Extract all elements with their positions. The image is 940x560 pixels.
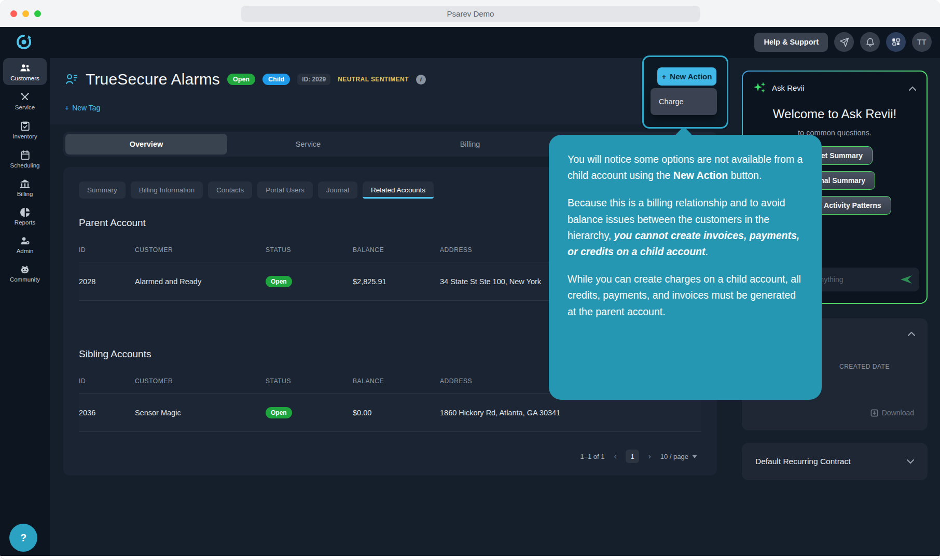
per-page-select[interactable]: 10 / page [660,453,697,460]
prev-page-button[interactable]: ‹ [614,452,616,460]
menu-item-charge[interactable]: Charge [659,97,684,106]
new-action-dropdown: Charge [651,88,717,115]
column-header-status: STATUS [266,246,353,254]
status-badge: Open [227,74,255,85]
app-root: Help & Support TT Customers [0,27,940,556]
customer-id-badge: ID: 2029 [297,74,330,85]
paper-plane-icon [839,37,849,47]
tooltip-paragraph-3: While you can create charges on a child … [568,271,804,320]
app-window: Psarev Demo Help & Support [0,0,940,560]
subtab-billing-information[interactable]: Billing Information [131,181,203,199]
sidebar-item-reports[interactable]: Reports [3,203,47,229]
notifications-button[interactable] [860,32,880,52]
sparkles-icon [753,81,767,94]
close-window-button[interactable] [10,10,17,17]
help-support-button[interactable]: Help & Support [754,33,828,52]
collapse-section-button[interactable] [908,329,915,338]
sentiment-info-icon[interactable]: i [416,75,426,85]
help-fab-button[interactable]: ? [9,524,37,552]
zoom-window-button[interactable] [34,10,41,17]
subtab-summary[interactable]: Summary [79,181,126,199]
child-badge: Child [262,74,290,85]
collapse-panel-button[interactable] [909,83,916,92]
sidebar-item-label: Reports [15,219,35,226]
sidebar-item-inventory[interactable]: Inventory [3,116,47,143]
page-number-button[interactable]: 1 [626,450,639,463]
sidebar-item-label: Admin [17,248,34,254]
traffic-lights [10,10,41,17]
window-titlebar: Psarev Demo [0,0,940,27]
new-tag-button[interactable]: + New Tag [65,104,100,112]
download-label: Download [882,409,914,417]
ask-revii-title: Ask Revii [772,83,805,92]
sidebar-item-customers[interactable]: Customers [3,58,47,85]
brand-logo-icon[interactable] [16,34,32,52]
new-action-label: New Action [670,72,712,81]
bank-icon [20,179,30,189]
per-page-value: 10 / page [660,453,688,460]
admin-user-gear-icon [20,236,30,246]
download-button[interactable]: Download [870,409,914,417]
status-badge: Open [266,407,292,418]
send-icon[interactable] [901,275,912,284]
sidebar-item-service[interactable]: Service [3,87,47,114]
column-header-customer: CUSTOMER [135,377,266,385]
window-title: Psarev Demo [241,6,700,22]
sidebar-item-label: Customers [10,75,39,81]
customer-hierarchy-icon [65,73,78,86]
tour-spotlight: + New Action Charge [642,55,728,129]
cell-customer: Alarmed and Ready [135,277,266,286]
cell-address: 1860 Hickory Rd, Atlanta, GA 30341 [440,409,701,417]
cell-balance: $0.00 [353,409,440,417]
pie-chart-icon [20,207,30,217]
customer-header: TrueSecure Alarms Open Child ID: 2029 NE… [50,58,729,124]
subtab-portal-users[interactable]: Portal Users [257,181,312,199]
send-feedback-button[interactable] [834,32,854,52]
page-title: TrueSecure Alarms [86,71,220,88]
subtab-related-accounts[interactable]: Related Accounts [363,181,434,199]
sidebar-item-label: Scheduling [10,162,40,169]
customers-icon [19,63,31,73]
sidebar-nav: Customers Service Inventory Scheduling B… [0,58,50,556]
subtab-contacts[interactable]: Contacts [208,181,252,199]
tab-billing[interactable]: Billing [389,134,551,155]
chevron-up-icon [908,331,915,336]
pagination-range: 1–1 of 1 [580,453,604,460]
sidebar-item-label: Inventory [12,133,37,139]
download-icon [870,409,878,417]
next-page-button[interactable]: › [648,452,651,460]
sidebar-item-community[interactable]: Community [3,260,47,286]
minimize-window-button[interactable] [22,10,29,17]
column-header-balance: BALANCE [353,377,440,385]
user-avatar[interactable]: TT [912,32,932,52]
plus-icon: + [662,72,667,81]
sentiment-label: NEUTRAL SENTIMENT [338,76,409,83]
sidebar-item-scheduling[interactable]: Scheduling [3,145,47,172]
created-date-column-header: CREATED DATE [839,363,890,370]
tab-service[interactable]: Service [227,134,389,155]
tools-icon [20,92,30,102]
calendar-icon [20,150,30,160]
cell-id: 2028 [79,277,135,286]
apps-grid-icon [891,37,901,47]
sidebar-item-admin[interactable]: Admin [3,231,47,258]
column-header-balance: BALANCE [353,246,440,254]
column-header-id: ID [79,377,135,385]
contract-card-label: Default Recurring Contract [755,457,851,466]
column-header-status: STATUS [266,377,353,385]
cell-customer: Sensor Magic [135,409,266,417]
column-header-id: ID [79,246,135,254]
tooltip-arrow-icon [675,127,693,144]
sidebar-item-billing[interactable]: Billing [3,174,47,201]
new-action-button[interactable]: + New Action [657,67,716,86]
default-recurring-contract-card[interactable]: Default Recurring Contract [742,443,928,480]
sidebar-item-label: Service [15,104,35,110]
apps-grid-button[interactable] [886,32,906,52]
app-topbar: Help & Support TT [0,27,940,58]
caret-down-icon [692,455,697,458]
tooltip-paragraph-2: Because this is a billing relationship a… [568,195,804,260]
tab-overview[interactable]: Overview [65,134,227,155]
tour-tooltip: You will notice some options are not ava… [549,135,822,400]
subtab-journal[interactable]: Journal [318,181,357,199]
plus-icon: + [65,104,69,112]
